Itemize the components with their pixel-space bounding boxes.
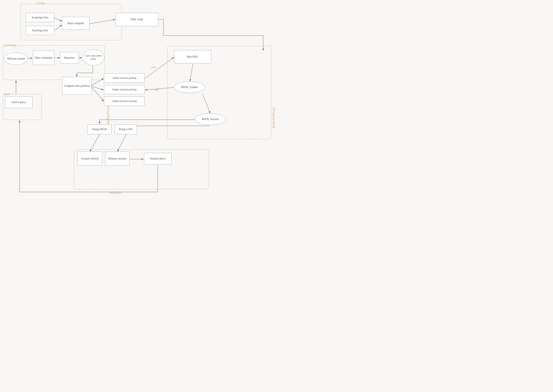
sensing-label: sensing xyxy=(4,43,16,47)
compute-new-position-node: Compute new position xyxy=(62,77,91,95)
feed-piece-node: Feed a piece xyxy=(5,97,33,108)
stacking-area-node: Stacking Area xyxy=(26,26,54,35)
pump-high-node: Pump HIGH xyxy=(87,125,112,134)
krl-code-node: KRL Code xyxy=(116,13,158,26)
diagram-container: setup sensing user KukaVarProxy arduino xyxy=(0,0,277,196)
svg-line-15 xyxy=(90,134,100,152)
update-grabbing-node: Update position grabing xyxy=(104,73,145,83)
bool-update-node: BOOL Update xyxy=(174,81,205,93)
user-label: user xyxy=(4,91,11,96)
webcam-stream-node: Webcam stream xyxy=(4,52,28,65)
actuate-suction-node: Actuate suction xyxy=(77,152,102,166)
run-krl-node: Run KRL xyxy=(174,50,211,63)
setup-label: setup xyxy=(36,1,45,5)
rasterize-node: Rasterize xyxy=(60,52,79,64)
kukavarproxy-vertical-label: KukaVarProxy xyxy=(272,59,276,128)
update-stacking-node: Update position stacking xyxy=(104,97,145,106)
basic-toolpath-node: Basic toolpath xyxy=(62,17,90,30)
pump-low-node: Pump LOW xyxy=(115,125,137,134)
read-label: read xyxy=(154,88,159,91)
take-screenshot-node: Take screenshot xyxy=(33,51,54,65)
svg-line-10 xyxy=(91,87,104,101)
release-suction-node: Release suction xyxy=(105,152,129,166)
bool-suction-node: BOOL Suction xyxy=(195,113,226,125)
stacked-piece-node: Stacked piece xyxy=(144,153,172,164)
update-pushing-node: Update position pushing xyxy=(104,85,145,94)
svg-line-16 xyxy=(117,134,126,152)
arduino-label: arduino xyxy=(109,190,122,195)
curve-center-node: Curve and center point xyxy=(82,49,104,65)
scanning-area-node: Scanning Area xyxy=(26,13,54,22)
write-label: write xyxy=(151,66,157,69)
svg-line-9 xyxy=(91,86,104,90)
